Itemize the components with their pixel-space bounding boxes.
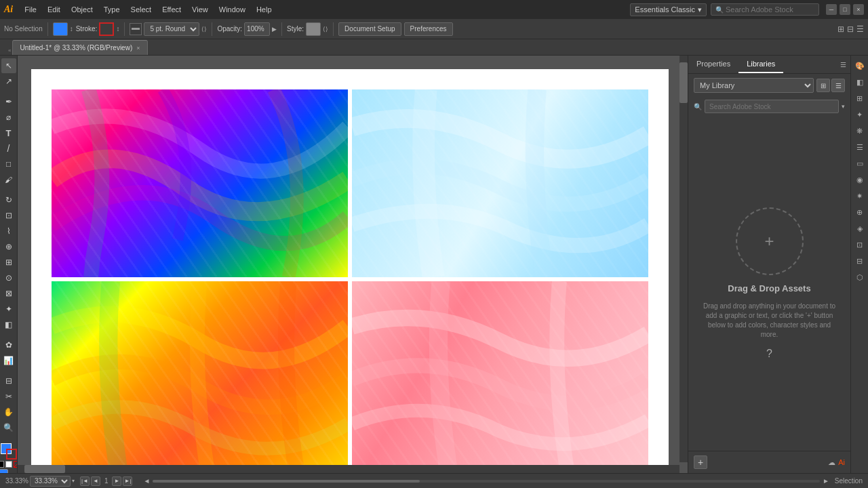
strip-icon-rect[interactable]: ▭ (852, 156, 867, 171)
first-page-button[interactable]: |◄ (80, 476, 90, 486)
menu-effect[interactable]: Effect (157, 4, 186, 15)
gradient-tool[interactable]: ◧ (1, 317, 16, 332)
menu-edit[interactable]: Edit (43, 4, 65, 15)
next-page-button[interactable]: ► (112, 476, 121, 486)
zoom-dropdown-icon[interactable]: ▾ (72, 478, 75, 484)
tab-libraries[interactable]: Libraries (738, 56, 783, 73)
status-scroll-right[interactable]: ► (823, 477, 829, 485)
strip-icon-export[interactable]: ⬡ (852, 270, 867, 285)
strip-icon-artboards[interactable]: ⊡ (852, 237, 867, 252)
strip-icon-effects[interactable]: ✷ (852, 188, 867, 203)
mesh-tool[interactable]: ✦ (1, 302, 16, 317)
dnd-help-icon[interactable]: ? (766, 348, 772, 360)
horizontal-scroll-thumb[interactable] (24, 465, 65, 473)
menu-window[interactable]: Window (214, 4, 250, 15)
panel-add-button[interactable]: + (694, 455, 707, 469)
graph-tool[interactable]: 📊 (1, 353, 16, 368)
toolbar-section-weight: 5 pt. Round ⟨⟩ (130, 22, 207, 36)
hand-tool[interactable]: ✋ (1, 405, 16, 420)
tool-group-select: ↖ ↗ (0, 58, 17, 89)
strip-icon-stroke[interactable]: ◧ (852, 75, 867, 89)
type-tool[interactable]: T (1, 125, 16, 140)
paintbrush-tool[interactable]: 🖌 (1, 172, 16, 187)
panel-expand-icon[interactable]: ⊟ (847, 24, 854, 34)
strip-icon-libraries[interactable]: ⊟ (852, 253, 867, 268)
minimize-button[interactable]: ─ (826, 4, 837, 15)
panel-menu-icon[interactable]: ☰ (840, 61, 846, 68)
shape-builder-tool[interactable]: ⊙ (1, 270, 16, 285)
black-swatch[interactable] (0, 461, 4, 468)
rotate-tool[interactable]: ↻ (1, 192, 16, 207)
cloud-icon[interactable]: ☁ (828, 458, 835, 467)
preferences-button[interactable]: Preferences (404, 22, 453, 36)
horizontal-scrollbar[interactable] (18, 465, 679, 473)
list-view-button[interactable]: ☰ (831, 79, 845, 92)
zoom-select[interactable]: 33.33% (30, 476, 71, 487)
library-search-input[interactable] (705, 100, 839, 113)
menu-object[interactable]: Object (66, 4, 98, 15)
vertical-scrollbar[interactable] (679, 56, 688, 462)
vertical-scroll-thumb[interactable] (679, 62, 688, 103)
warp-tool[interactable]: ⌇ (1, 224, 16, 239)
library-dropdown[interactable]: My Library (694, 78, 814, 93)
stroke-color-box[interactable] (99, 22, 114, 36)
search-input[interactable] (726, 5, 807, 14)
strip-icon-table[interactable]: ⊞ (852, 91, 867, 106)
white-swatch[interactable] (5, 461, 12, 468)
opacity-expand-icon[interactable]: ▶ (272, 26, 277, 33)
stroke-indicator[interactable] (6, 449, 17, 460)
zoom-tool[interactable]: 🔍 (1, 420, 16, 435)
scale-tool[interactable]: ⊡ (1, 208, 16, 223)
status-scroll-left[interactable]: ◄ (143, 477, 150, 485)
line-tool[interactable]: / (1, 141, 16, 156)
style-box[interactable] (306, 22, 321, 36)
rect-tool[interactable]: □ (1, 157, 16, 171)
tab-properties[interactable]: Properties (688, 56, 738, 73)
workspace-selector[interactable]: Essentials Classic ▾ (630, 3, 707, 16)
libraries-panel: My Library ⊞ ☰ 🔍 ▾ + Drag & Drop Assets … (688, 74, 850, 473)
menu-help[interactable]: Help (252, 4, 277, 15)
fill-stroke-indicators[interactable] (1, 443, 17, 460)
strip-icon-arrows[interactable]: ✦ (852, 107, 867, 122)
selection-tool[interactable]: ↖ (1, 58, 16, 73)
search-dropdown-icon[interactable]: ▾ (842, 103, 845, 110)
grid-view-button[interactable]: ⊞ (816, 79, 830, 92)
color-btn[interactable] (0, 469, 8, 473)
last-page-button[interactable]: ►| (123, 476, 132, 486)
width-tool[interactable]: ⊕ (1, 239, 16, 254)
strip-icon-circle[interactable]: ◉ (852, 172, 867, 187)
strip-icon-layers[interactable]: ◈ (852, 221, 867, 236)
menu-view[interactable]: View (187, 4, 213, 15)
toolbar-divider-2 (124, 22, 125, 36)
perspective-grid-tool[interactable]: ⊠ (1, 286, 16, 301)
tabbar-collapse-left[interactable]: « (7, 46, 12, 55)
pen-tool[interactable]: ✒ (1, 94, 16, 109)
slice-tool[interactable]: ✂ (1, 389, 16, 404)
direct-selection-tool[interactable]: ↗ (1, 74, 16, 89)
menu-select[interactable]: Select (126, 4, 157, 15)
strip-icon-link[interactable]: ⊕ (852, 205, 867, 220)
menu-type[interactable]: Type (99, 4, 125, 15)
document-tab[interactable]: Untitled-1* @ 33.33% (RGB/Preview) × (12, 40, 147, 55)
menu-file[interactable]: File (20, 4, 41, 15)
strip-icon-color[interactable]: 🎨 (852, 58, 867, 73)
close-button[interactable]: × (853, 4, 864, 15)
document-setup-button[interactable]: Document Setup (338, 22, 401, 36)
tab-close-button[interactable]: × (136, 45, 140, 52)
curvature-tool[interactable]: ⌀ (1, 110, 16, 125)
search-box[interactable]: 🔍 (711, 3, 819, 16)
fill-color-box[interactable] (53, 22, 68, 36)
prev-page-button[interactable]: ◄ (91, 476, 100, 486)
dnd-title: Drag & Drop Assets (728, 283, 810, 293)
strip-icon-lines[interactable]: ☰ (852, 140, 867, 155)
symbol-sprayer-tool[interactable]: ✿ (1, 338, 16, 352)
main-content: ↖ ↗ ✒ ⌀ T / □ 🖌 ↻ ⊡ ⌇ ⊕ ⊞ ⊙ ⊠ ✦ ◧ ✿ 📊 (0, 56, 868, 473)
opacity-input[interactable] (244, 22, 270, 36)
free-transform-tool[interactable]: ⊞ (1, 255, 16, 270)
strip-icon-cluster[interactable]: ❋ (852, 123, 867, 138)
panel-menu-icon[interactable]: ☰ (856, 24, 864, 34)
stroke-weight-select[interactable]: 5 pt. Round (144, 22, 199, 36)
arrange-icon[interactable]: ⊞ (837, 24, 844, 34)
artboard-tool[interactable]: ⊟ (1, 373, 16, 388)
maximize-button[interactable]: □ (840, 4, 850, 15)
